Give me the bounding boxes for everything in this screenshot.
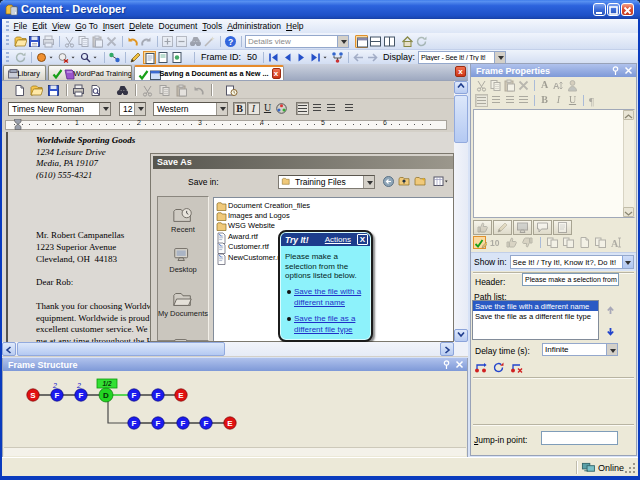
margin-marker-icon[interactable] [14, 119, 22, 130]
close-button[interactable] [621, 3, 634, 16]
frame-marker-orange-icon[interactable] [35, 51, 48, 64]
align-right-button[interactable] [324, 102, 337, 115]
menu-insert[interactable]: Insert [100, 21, 126, 31]
next-frame-icon[interactable] [295, 51, 308, 64]
tab-library[interactable]: Library [3, 65, 46, 80]
node-frame[interactable]: F [132, 391, 137, 400]
script-arrow-icon[interactable] [216, 103, 227, 115]
align-left-button[interactable] [296, 102, 309, 115]
align-center-button[interactable] [489, 94, 502, 107]
menu-view[interactable]: View [49, 21, 72, 31]
wp-copy-icon[interactable] [158, 84, 171, 97]
tryit-option-2[interactable]: Save the file as adifferent file type [285, 314, 355, 336]
details-view-arrow-icon[interactable] [337, 36, 348, 47]
font-size-combo[interactable]: 12 [119, 102, 146, 116]
delete-icon[interactable] [517, 79, 530, 92]
tryit-option-1[interactable]: Save the file with adifferent name [285, 287, 361, 309]
resize-grip[interactable] [624, 462, 636, 474]
previous-frame-icon[interactable] [281, 51, 294, 64]
tab-wordpad-training[interactable]: WordPad Training [48, 65, 132, 80]
wp-paste-icon[interactable] [175, 84, 188, 97]
path-list[interactable]: Save the file with a different name Save… [472, 300, 599, 340]
branch-icon[interactable] [331, 51, 344, 64]
menu-tools[interactable]: Tools [200, 21, 225, 31]
go-back-icon[interactable] [352, 51, 365, 64]
frame-marker-delete-icon[interactable] [57, 51, 70, 64]
back-icon[interactable] [382, 175, 395, 188]
menu-document[interactable]: Document [156, 21, 200, 31]
split-horizontal-view-icon[interactable] [369, 35, 382, 48]
frame-text-area[interactable] [473, 109, 635, 218]
save-in-arrow-icon[interactable] [363, 176, 374, 188]
wp-print-icon[interactable] [72, 84, 85, 97]
wp-open-icon[interactable] [30, 84, 43, 97]
vertical-scrollbar[interactable] [454, 81, 468, 342]
frame-zoom-arrow-icon[interactable] [93, 51, 100, 64]
mode-doit-button[interactable] [533, 220, 552, 235]
home-icon[interactable] [401, 35, 414, 48]
underline-button[interactable]: U [261, 102, 274, 115]
thumbs-up-icon[interactable] [505, 236, 518, 249]
copy-page-icon[interactable] [546, 236, 559, 249]
add-path-icon[interactable] [474, 361, 487, 374]
copy-icon[interactable] [489, 79, 502, 92]
italic-button[interactable]: I [552, 94, 565, 107]
last-frame-icon[interactable] [309, 51, 322, 64]
tab-close-icon[interactable]: x [272, 68, 281, 79]
node-frame[interactable]: F [181, 419, 186, 428]
up-one-level-icon[interactable] [398, 175, 411, 188]
split-vertical-view-icon[interactable] [383, 35, 396, 48]
edit-frame-icon[interactable] [129, 51, 142, 64]
save-icon[interactable] [28, 35, 41, 48]
align-left-button[interactable] [475, 94, 488, 107]
align-right-button[interactable] [503, 94, 516, 107]
text-cursor-icon[interactable]: A [610, 236, 623, 249]
frame-zoom-icon[interactable] [79, 51, 92, 64]
delay-arrow-icon[interactable] [606, 344, 617, 355]
display-combo-arrow-icon[interactable] [494, 52, 505, 63]
horizontal-scrollbar[interactable] [2, 342, 454, 356]
tabstrip-close-icon[interactable]: x [455, 66, 466, 77]
paste-icon[interactable] [503, 79, 516, 92]
place-recent[interactable]: Recent [158, 205, 208, 234]
delete-icon[interactable] [105, 35, 118, 48]
node-start[interactable]: S [30, 391, 36, 400]
copy-page2-icon[interactable] [562, 236, 575, 249]
panel-close-icon[interactable] [454, 359, 465, 370]
cut-icon[interactable] [475, 79, 488, 92]
font-ten-icon[interactable]: 10 [489, 236, 502, 249]
open-icon[interactable] [14, 35, 27, 48]
redo-icon[interactable] [140, 35, 153, 48]
link-frames-icon[interactable] [108, 51, 121, 64]
node-frame[interactable]: F [79, 391, 84, 400]
save-as-titlebar[interactable]: Save As [153, 156, 453, 169]
wp-preview-icon[interactable] [89, 84, 102, 97]
font-name-combo[interactable]: Times New Roman [8, 102, 111, 116]
first-frame-icon[interactable] [267, 51, 280, 64]
node-frame[interactable]: F [55, 391, 60, 400]
bold-button[interactable]: B [233, 102, 246, 115]
zoom-in-icon[interactable] [161, 35, 174, 48]
tryit-actions-link[interactable]: Actions [325, 235, 351, 244]
thumbs-down-icon[interactable] [521, 236, 534, 249]
frame-structure-canvas[interactable]: 2 2 1/2 [4, 371, 466, 448]
pin-icon[interactable] [441, 359, 452, 370]
node-frame[interactable]: F [132, 419, 137, 428]
menu-file[interactable]: File [11, 21, 30, 31]
move-up-icon[interactable] [605, 304, 618, 317]
delay-combo[interactable]: Infinite [542, 343, 618, 356]
page-icon[interactable] [578, 236, 591, 249]
font-size-icon[interactable]: A [552, 79, 565, 92]
show-in-arrow-icon[interactable] [622, 256, 633, 268]
new-folder-icon[interactable] [414, 175, 427, 188]
italic-button[interactable]: I [247, 102, 260, 115]
actor-icon[interactable] [566, 79, 579, 92]
minimize-button[interactable] [593, 3, 606, 16]
pin-icon[interactable] [610, 65, 621, 76]
frame-type-decision-icon[interactable] [171, 51, 184, 64]
wp-save-icon[interactable] [47, 84, 60, 97]
node-end[interactable]: E [227, 419, 233, 428]
edit-mode-button[interactable] [473, 236, 486, 249]
menu-administration[interactable]: Administration [225, 21, 284, 31]
place-mydocuments[interactable]: My Documents [158, 289, 208, 318]
